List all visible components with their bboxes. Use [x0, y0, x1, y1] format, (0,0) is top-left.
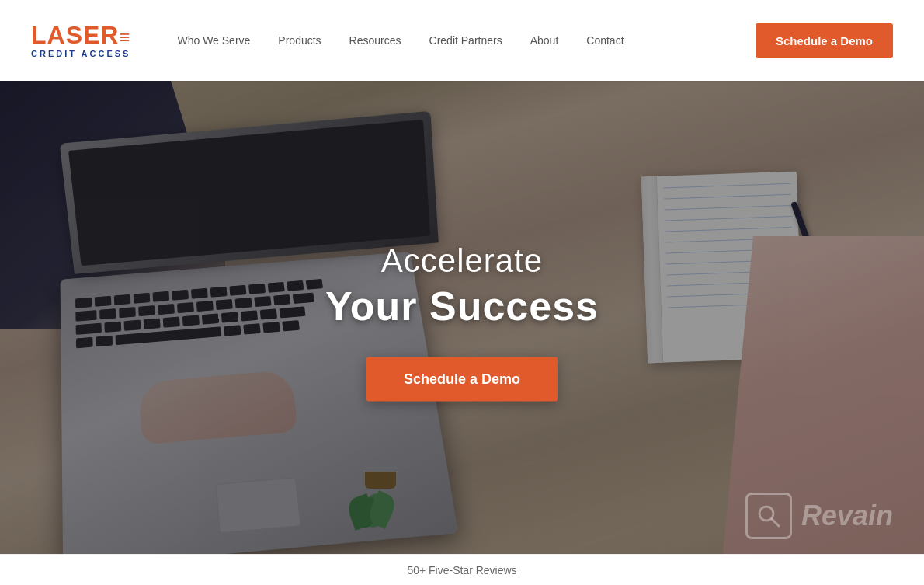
nav-link-who-we-serve[interactable]: Who We Serve: [177, 34, 250, 47]
logo-sub: CREDIT ACCESS: [31, 49, 130, 58]
navbar: LASER≡ CREDIT ACCESS Who We Serve Produc…: [0, 0, 924, 81]
logo: LASER≡ CREDIT ACCESS: [31, 23, 130, 58]
revain-icon: [745, 493, 792, 539]
nav-link-contact[interactable]: Contact: [586, 34, 624, 47]
logo-text: LASER≡: [31, 23, 130, 47]
revain-watermark: Revain: [745, 493, 893, 539]
nav-link-resources[interactable]: Resources: [349, 34, 401, 47]
hero-cta-button[interactable]: Schedule a Demo: [366, 357, 558, 402]
hero-background: Revain Accelerate Your Success Schedule …: [0, 81, 924, 562]
hero-section: Revain Accelerate Your Success Schedule …: [0, 81, 924, 562]
nav-link-products[interactable]: Products: [278, 34, 321, 47]
svg-line-1: [772, 519, 779, 526]
logo-main: LASER: [31, 21, 119, 49]
nav-links: Who We Serve Products Resources Credit P…: [177, 34, 755, 47]
hero-title-light: Accelerate: [325, 242, 599, 280]
bottom-bar-review-text: 50+ Five-Star Reviews: [407, 564, 516, 576]
hero-title-bold: Your Success: [325, 283, 599, 329]
nav-cta-button[interactable]: Schedule a Demo: [756, 23, 893, 58]
revain-label: Revain: [801, 500, 893, 532]
nav-link-credit-partners[interactable]: Credit Partners: [429, 34, 502, 47]
nav-link-about[interactable]: About: [530, 34, 559, 47]
bottom-bar: 50+ Five-Star Reviews: [0, 554, 924, 585]
hero-content: Accelerate Your Success Schedule a Demo: [325, 242, 599, 402]
logo-stripe: ≡: [119, 26, 130, 47]
